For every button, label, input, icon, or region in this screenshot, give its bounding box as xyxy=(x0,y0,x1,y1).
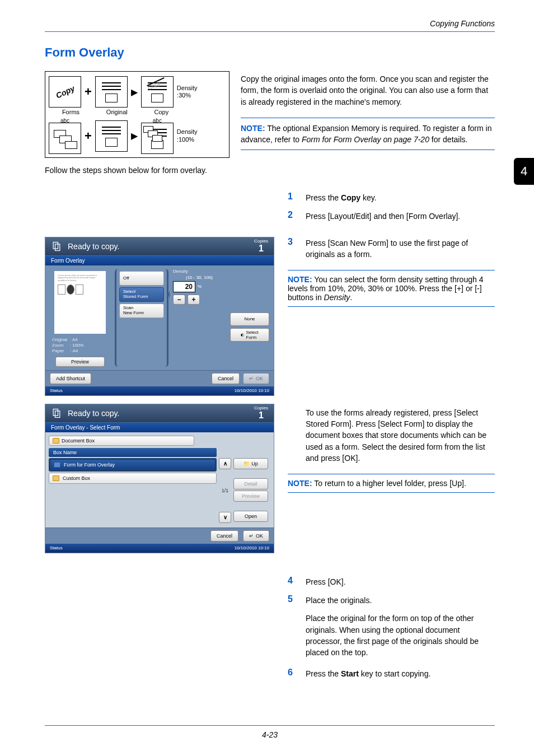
cancel-button-2[interactable]: Cancel xyxy=(210,530,238,542)
arrow-icon-2: ▶ xyxy=(131,130,138,141)
step-3-text: Press [Scan New Form] to use the first p… xyxy=(306,237,495,260)
panel-banner: Form Overlay xyxy=(45,255,274,265)
touch-panel-select-form: Ready to copy. Copies 1 Form Overlay - S… xyxy=(45,404,274,553)
info-paper-val: : A4 xyxy=(70,348,78,353)
svg-rect-0 xyxy=(53,242,58,249)
status-timestamp-2: 10/10/2010 10:10 xyxy=(235,545,269,550)
detail-button[interactable]: Detail xyxy=(233,478,268,489)
note-box-3: NOTE: To return to a higher level folder… xyxy=(288,474,495,493)
note-italic-2: Density xyxy=(324,293,350,302)
copies-label: Copies xyxy=(254,239,268,244)
diagram-label-forms: Forms xyxy=(62,109,79,115)
svg-rect-1 xyxy=(55,244,60,250)
step-number-6: 6 xyxy=(288,668,296,678)
density-heading: Density xyxy=(173,269,226,274)
list-header-box-name[interactable]: Box Name xyxy=(49,448,217,457)
note-label-1: NOTE: xyxy=(241,124,265,133)
plus-icon: + xyxy=(85,85,92,99)
option-scan-new-form[interactable]: ScanNew Form xyxy=(119,304,164,318)
copy-icon-2 xyxy=(50,407,63,420)
intro-paragraph: Copy the original images onto the form. … xyxy=(241,73,495,108)
info-paper-lbl: Paper xyxy=(52,348,64,353)
copies-value-2: 1 xyxy=(254,410,268,421)
scroll-down-button[interactable]: ∨ xyxy=(219,512,231,523)
step-1-text: Press the Copy key. xyxy=(306,192,495,203)
chapter-tab: 4 xyxy=(514,158,534,185)
ok-button-2[interactable]: ↵OK xyxy=(243,530,269,542)
step-number-4: 4 xyxy=(288,576,296,586)
step-4-text: Press [OK]. xyxy=(306,576,495,587)
step-5-text: Place the originals. xyxy=(306,594,495,606)
option-select-stored-form[interactable]: SelectStored Form ⟫ xyxy=(119,287,164,302)
ok-button[interactable]: ↵OK xyxy=(243,373,269,384)
note-label-2: NOTE: xyxy=(288,275,312,284)
folder-icon xyxy=(53,438,59,444)
note-label-3: NOTE: xyxy=(288,479,312,488)
breadcrumb-document-box[interactable]: Document Box xyxy=(49,436,194,446)
status-label-2[interactable]: Status xyxy=(50,545,63,550)
note-box-2: NOTE: You can select the form density se… xyxy=(288,270,495,307)
step-number-3: 3 xyxy=(288,237,296,247)
list-item-form-overlay[interactable]: Form for Form Overlay xyxy=(49,458,217,472)
page-title: Form Overlay xyxy=(45,45,495,60)
scroll-up-button[interactable]: ∧ xyxy=(219,458,231,469)
copies-label-2: Copies xyxy=(254,405,268,410)
note-suffix-2: . xyxy=(350,293,352,302)
page-indicator: 1/1 xyxy=(219,470,231,511)
list-item-custom-box[interactable]: Custom Box xyxy=(49,473,217,484)
open-button[interactable]: Open xyxy=(233,511,268,522)
none-button[interactable]: None xyxy=(230,312,269,326)
step-2-text: Press [Layout/Edit] and then [Form Overl… xyxy=(306,210,495,222)
step-6-text: Press the Start key to start copying. xyxy=(306,668,495,679)
folder-icon-2 xyxy=(53,475,59,481)
follow-text: Follow the steps shown below for form ov… xyxy=(45,166,495,175)
running-header: Copying Functions xyxy=(45,19,495,32)
status-timestamp: 10/10/2010 10:10 xyxy=(235,388,269,393)
density-value-1: :30% xyxy=(177,92,198,99)
ready-label-2: Ready to copy. xyxy=(68,409,119,418)
chevron-right-icon: ⟫ xyxy=(167,290,171,298)
form-overlay-diagram: Copy + ▶ Copy xyxy=(45,71,229,158)
info-original-val: : A4 xyxy=(70,337,78,342)
arrow-icon: ▶ xyxy=(131,87,138,97)
preview-button-2[interactable]: Preview xyxy=(233,491,268,502)
preview-thumbnail: Lorem ipsum dolor sit amet consectetur a… xyxy=(54,271,106,334)
ready-label: Ready to copy. xyxy=(68,242,119,251)
density-plus-button[interactable]: + xyxy=(188,295,200,305)
info-zoom-lbl: Zoom xyxy=(52,343,63,348)
note-ref-1: Form for Form Overlay on page 7-20 xyxy=(302,135,429,144)
up-button[interactable]: 📁Up xyxy=(233,458,268,469)
density-value-2: :100% xyxy=(177,136,198,143)
diagram-faint-copy: Copy xyxy=(147,77,165,86)
step-number-2: 2 xyxy=(288,210,296,220)
diagram-label-original: Original xyxy=(106,109,128,115)
svg-rect-2 xyxy=(53,409,58,416)
status-label[interactable]: Status xyxy=(50,388,63,393)
diagram-copy-word: Copy xyxy=(54,83,76,100)
percent-label: % xyxy=(198,284,202,289)
preview-button[interactable]: Preview xyxy=(55,357,105,367)
select-form-button[interactable]: ◐SelectForm xyxy=(230,328,269,342)
svg-rect-3 xyxy=(55,411,60,418)
info-zoom-val: : 100% xyxy=(70,343,84,348)
add-shortcut-button[interactable]: Add Shortcut xyxy=(50,373,91,384)
step-number-5: 5 xyxy=(288,594,296,604)
plus-icon-2: + xyxy=(85,129,92,143)
panel-banner-2: Form Overlay - Select Form xyxy=(45,422,274,432)
cancel-button[interactable]: Cancel xyxy=(212,373,240,384)
density-minus-button[interactable]: − xyxy=(173,295,185,305)
stored-form-para: To use the forms already registered, pre… xyxy=(288,407,495,464)
folder-icon-blue xyxy=(54,462,60,468)
note-box-1: NOTE: The optional Expansion Memory is r… xyxy=(241,118,495,151)
note-text-3: To return to a higher level folder, pres… xyxy=(312,479,466,488)
density-value-box: 20 xyxy=(173,281,195,292)
page-footer: 4-23 xyxy=(45,725,495,739)
option-off[interactable]: Off xyxy=(119,271,164,286)
copies-value: 1 xyxy=(254,244,268,254)
density-label-1: Density xyxy=(177,85,198,92)
density-label-2: Density xyxy=(177,128,198,136)
info-original-lbl: Original xyxy=(52,337,68,342)
step-5-para: Place the original for the form on top o… xyxy=(288,613,495,658)
diagram-label-copy: Copy xyxy=(154,109,169,115)
note-text-2: You can select the form density setting … xyxy=(288,275,483,302)
